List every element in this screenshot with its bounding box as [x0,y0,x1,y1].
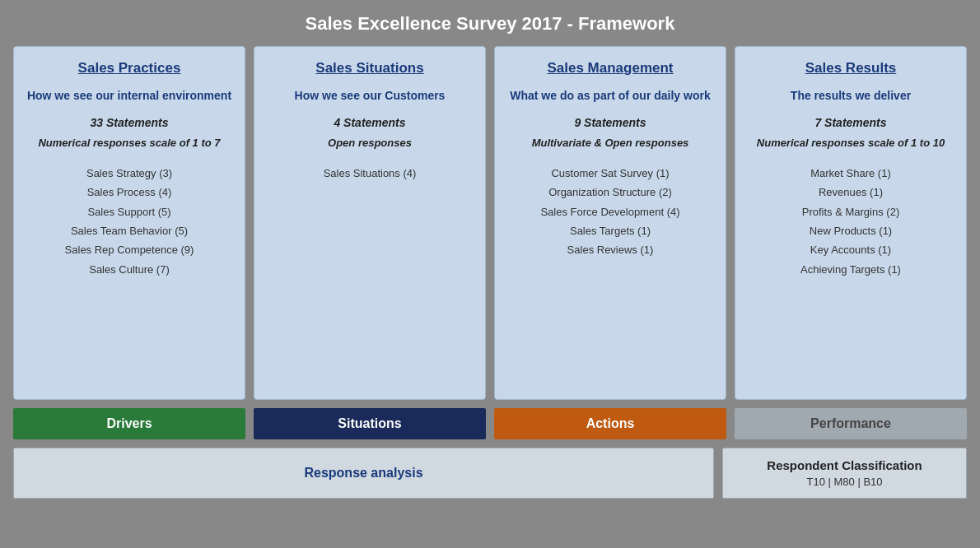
card-items-sales-management: Customer Sat Survey (1) Organization Str… [540,164,679,260]
card-title-sales-practices: Sales Practices [78,60,181,77]
list-item: Sales Team Behavior (5) [65,221,194,240]
card-response-type-sales-situations: Open responses [328,136,412,151]
card-title-sales-results: Sales Results [805,60,897,77]
list-item: Customer Sat Survey (1) [540,164,679,183]
card-statements-sales-practices: 33 Statements [91,116,169,129]
respondent-subtitle: T10 | M80 | B10 [806,476,882,488]
card-items-sales-practices: Sales Strategy (3) Sales Process (4) Sal… [65,164,194,279]
label-situations: Situations [254,408,486,439]
card-statements-sales-situations: 4 Statements [334,116,405,129]
card-sales-practices: Sales Practices How we see our internal … [13,46,245,400]
list-item: New Products (1) [800,221,901,240]
card-subtitle-sales-results: The results we deliver [791,88,911,104]
list-item: Sales Process (4) [65,183,194,202]
card-subtitle-sales-practices: How we see our internal environment [27,88,231,104]
labels-row: Drivers Situations Actions Performance [13,408,967,439]
page-title: Sales Excellence Survey 2017 - Framework [306,13,675,35]
label-actions: Actions [494,408,726,439]
label-performance: Performance [735,408,967,439]
bottom-row: Response analysis Respondent Classificat… [13,448,967,499]
list-item: Market Share (1) [800,164,901,183]
list-item: Achieving Targets (1) [800,260,901,279]
cards-row: Sales Practices How we see our internal … [13,46,967,400]
list-item: Organization Structure (2) [540,183,679,202]
card-statements-sales-results: 7 Statements [814,116,886,129]
list-item: Revenues (1) [800,183,901,202]
main-container: Sales Practices How we see our internal … [13,46,967,499]
card-response-type-sales-practices: Numerical responses scale of 1 to 7 [38,136,220,151]
card-response-type-sales-results: Numerical responses scale of 1 to 10 [757,136,945,151]
list-item: Profits & Margins (2) [800,202,901,221]
card-items-sales-results: Market Share (1) Revenues (1) Profits & … [800,164,901,279]
list-item: Sales Situations (4) [324,164,417,183]
list-item: Sales Rep Competence (9) [65,240,194,259]
card-items-sales-situations: Sales Situations (4) [324,164,417,183]
list-item: Sales Force Development (4) [540,202,679,221]
card-sales-results: Sales Results The results we deliver 7 S… [735,46,967,400]
label-drivers: Drivers [13,408,245,439]
card-title-sales-situations: Sales Situations [315,60,423,77]
respondent-title: Respondent Classification [767,458,922,472]
card-sales-situations: Sales Situations How we see our Customer… [254,46,486,400]
list-item: Sales Culture (7) [65,260,194,279]
card-title-sales-management: Sales Management [547,60,673,77]
card-subtitle-sales-situations: How we see our Customers [295,88,446,104]
list-item: Sales Strategy (3) [65,164,194,183]
list-item: Sales Reviews (1) [540,240,679,259]
card-subtitle-sales-management: What we do as part of our daily work [510,88,710,104]
card-sales-management: Sales Management What we do as part of o… [494,46,726,400]
respondent-classification-box: Respondent Classification T10 | M80 | B1… [722,448,967,499]
card-response-type-sales-management: Multivariate & Open responses [532,136,689,151]
card-statements-sales-management: 9 Statements [574,116,646,129]
list-item: Key Accounts (1) [800,240,901,259]
list-item: Sales Support (5) [65,202,194,221]
response-analysis-text: Response analysis [304,466,422,481]
response-analysis-box: Response analysis [13,448,714,499]
list-item: Sales Targets (1) [540,221,679,240]
